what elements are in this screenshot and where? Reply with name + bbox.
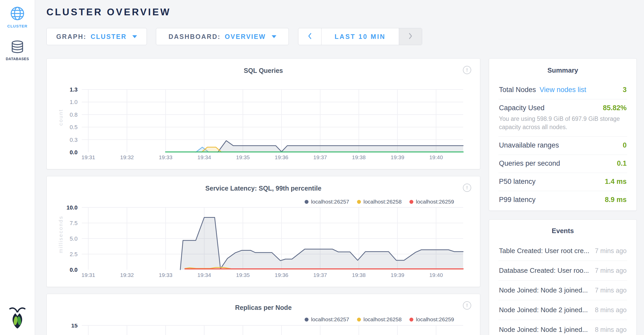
svg-text:19:31: 19:31 [81, 154, 95, 160]
summary-row-label: P50 latency [499, 178, 536, 186]
summary-row-note: You are using 598.9 GiB of 697.9 GiB sto… [499, 115, 627, 131]
graph-dropdown-label: GRAPH: [56, 33, 87, 40]
database-icon [10, 50, 24, 54]
event-text: Node Joined: Node 1 joined... [499, 326, 592, 334]
svg-text:7.5: 7.5 [70, 220, 78, 226]
graph-dropdown[interactable]: GRAPH: CLUSTER [46, 28, 147, 45]
svg-text:19:36: 19:36 [275, 154, 289, 160]
legend-label: localhost:26258 [364, 316, 402, 323]
event-text: Node Joined: Node 2 joined... [499, 306, 592, 314]
info-icon[interactable]: ! [463, 184, 471, 192]
svg-text:19:34: 19:34 [197, 154, 211, 160]
controls-bar: GRAPH: CLUSTER DASHBOARD: OVERVIEW LAST … [46, 28, 644, 45]
time-range-value[interactable]: LAST 10 MIN [321, 28, 399, 45]
chart-title: SQL Queries [47, 67, 480, 74]
events-title: Events [498, 227, 627, 235]
replicas-per-node-panel: Replicas per Node ! localhost:26257local… [46, 294, 480, 335]
chart-title: Service Latency: SQL, 99th percentile [47, 185, 480, 192]
replicas-per-node-chart: 15 [47, 324, 479, 335]
legend-item: localhost:26259 [409, 316, 454, 323]
legend-label: localhost:26257 [311, 316, 349, 323]
svg-text:19:36: 19:36 [275, 272, 289, 278]
chevron-right-icon [408, 32, 413, 41]
graph-dropdown-value: CLUSTER [91, 33, 127, 40]
chevron-down-icon [132, 35, 137, 38]
event-row: Node Joined: Node 2 joined...8 mins ago [498, 300, 627, 320]
svg-text:19:40: 19:40 [429, 154, 443, 160]
event-text: Table Created: User root cre... [499, 247, 592, 255]
svg-text:0.3: 0.3 [70, 137, 78, 143]
sql-queries-panel: SQL Queries ! count 19:3119:3219:3319:34… [46, 58, 480, 169]
dashboard-content: SQL Queries ! count 19:3119:3219:3319:34… [46, 58, 644, 335]
svg-text:19:32: 19:32 [120, 154, 134, 160]
summary-row: Unavailable ranges0 [498, 137, 627, 155]
event-time: 8 mins ago [595, 326, 627, 333]
summary-row-label: P99 latency [499, 196, 536, 204]
svg-text:19:39: 19:39 [391, 154, 405, 160]
legend-dot-icon [357, 318, 361, 322]
main-content: CLUSTER OVERVIEW GRAPH: CLUSTER DASHBOAR… [35, 0, 644, 335]
cockroachdb-logo [9, 306, 25, 329]
summary-row-value: 85.82% [603, 104, 627, 112]
svg-text:1.3: 1.3 [70, 86, 78, 93]
service-latency-panel: Service Latency: SQL, 99th percentile ! … [46, 176, 480, 287]
summary-row: P50 latency1.4 ms [498, 173, 627, 191]
svg-text:19:40: 19:40 [429, 272, 443, 278]
right-column: Summary Total NodesView nodes list3Capac… [489, 58, 637, 335]
summary-row-value: 0.1 [617, 159, 627, 168]
summary-row-value: 3 [623, 86, 627, 94]
svg-text:19:37: 19:37 [313, 154, 327, 160]
event-time: 8 mins ago [595, 306, 627, 314]
charts-column: SQL Queries ! count 19:3119:3219:3319:34… [46, 58, 480, 335]
svg-text:0.0: 0.0 [70, 149, 78, 156]
time-range-next-button[interactable] [399, 28, 422, 45]
info-icon[interactable]: ! [463, 301, 471, 310]
summary-row: P99 latency8.9 ms [498, 191, 627, 209]
svg-text:0.0: 0.0 [70, 267, 78, 273]
summary-row: Capacity Used85.82%You are using 598.9 G… [498, 99, 627, 137]
svg-text:10.0: 10.0 [66, 204, 78, 211]
svg-text:2.5: 2.5 [70, 251, 78, 257]
summary-row-value: 0 [623, 141, 627, 149]
svg-text:19:39: 19:39 [391, 272, 405, 278]
event-row: Node Joined: Node 1 joined...8 mins ago [498, 320, 627, 335]
view-nodes-list-link[interactable]: View nodes list [540, 86, 586, 94]
summary-rows: Total NodesView nodes list3Capacity Used… [498, 81, 627, 209]
info-icon[interactable]: ! [463, 66, 471, 74]
time-range-prev-button[interactable] [298, 28, 321, 45]
legend-dot-icon [409, 318, 413, 322]
sidebar: CLUSTER DATABASES [0, 0, 35, 335]
event-text: Node Joined: Node 3 joined... [499, 286, 592, 294]
summary-row: Total NodesView nodes list3 [498, 81, 627, 99]
summary-panel: Summary Total NodesView nodes list3Capac… [489, 58, 637, 211]
sidebar-item-databases[interactable]: DATABASES [0, 40, 35, 61]
sql-queries-chart: 19:3119:3219:3319:3419:3519:3619:3719:38… [47, 85, 479, 168]
chevron-left-icon [307, 32, 312, 41]
svg-text:19:35: 19:35 [236, 154, 250, 160]
service-latency-chart: 19:3119:3219:3319:3419:3519:3619:3719:38… [47, 202, 479, 285]
event-row: Table Created: User root cre...7 mins ag… [498, 241, 627, 261]
chevron-down-icon [272, 35, 276, 38]
events-list: Table Created: User root cre...7 mins ag… [498, 241, 627, 335]
event-row: Database Created: User roo...7 mins ago [498, 261, 627, 281]
svg-text:19:37: 19:37 [313, 272, 327, 278]
dashboard-dropdown[interactable]: DASHBOARD: OVERVIEW [156, 28, 289, 45]
legend-item: localhost:26257 [305, 316, 349, 323]
sidebar-item-cluster[interactable]: CLUSTER [0, 6, 35, 28]
svg-text:19:33: 19:33 [159, 272, 173, 278]
svg-text:5.0: 5.0 [70, 235, 78, 242]
sidebar-item-label: CLUSTER [0, 24, 35, 28]
legend-label: localhost:26259 [416, 316, 454, 323]
chart-legend: localhost:26257localhost:26258localhost:… [297, 316, 454, 323]
dashboard-dropdown-label: DASHBOARD: [168, 33, 221, 40]
summary-row-value: 1.4 ms [605, 178, 627, 186]
svg-text:19:38: 19:38 [352, 154, 366, 160]
svg-text:1.0: 1.0 [70, 99, 78, 105]
summary-row-value: 8.9 ms [605, 196, 627, 204]
svg-text:15: 15 [71, 324, 78, 329]
event-time: 7 mins ago [595, 287, 627, 294]
svg-text:0.8: 0.8 [70, 111, 78, 118]
svg-text:0.5: 0.5 [70, 124, 78, 130]
svg-text:19:35: 19:35 [236, 272, 250, 278]
svg-text:19:31: 19:31 [81, 272, 95, 278]
